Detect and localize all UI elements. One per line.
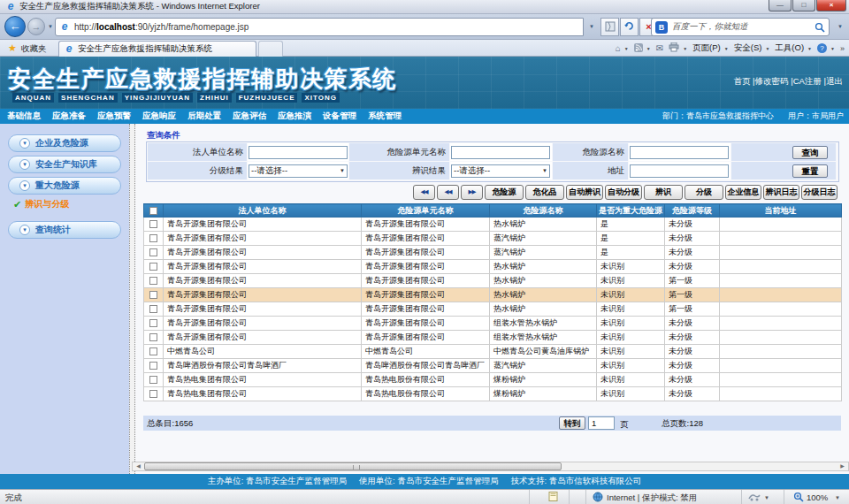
- zoom-icon[interactable]: [793, 492, 804, 504]
- table-row[interactable]: 青岛啤酒股份有限公司青岛啤酒厂 青岛啤酒股份有限公司青岛啤酒厂 蒸汽锅炉 未识别…: [144, 359, 842, 373]
- toolbar-button-grade[interactable]: 分级: [685, 185, 723, 200]
- favorites-star-icon[interactable]: ★: [8, 42, 17, 54]
- row-checkbox[interactable]: [149, 248, 157, 256]
- table-row[interactable]: 青岛开源集团有限公司 青岛开源集团有限公司 蒸汽锅炉 是 未分级: [144, 246, 842, 260]
- row-checkbox[interactable]: [149, 220, 157, 228]
- minimize-button[interactable]: —: [769, 0, 792, 11]
- row-checkbox[interactable]: [149, 277, 157, 285]
- home-icon[interactable]: ⌂: [616, 44, 621, 53]
- compatibility-view-button[interactable]: [600, 18, 619, 36]
- row-checkbox[interactable]: [149, 362, 157, 370]
- forward-button[interactable]: →: [27, 18, 45, 35]
- browser-tab[interactable]: e 安全生产应急救援指挥辅助决策系统: [58, 41, 256, 57]
- toolbar-button-chemical[interactable]: 危化品: [525, 185, 564, 200]
- more-icon[interactable]: »: [840, 44, 845, 53]
- nav-item[interactable]: 应急推演: [278, 111, 311, 122]
- sidebar-item-query-stats[interactable]: ▾查询统计: [8, 221, 121, 239]
- scrollbar-thumb[interactable]: [144, 462, 562, 470]
- horizontal-scrollbar[interactable]: ◀ ▶: [132, 462, 849, 471]
- grade-result-select[interactable]: --请选择--▼: [249, 164, 348, 178]
- maximize-button[interactable]: □: [792, 0, 815, 11]
- source-input[interactable]: [630, 146, 729, 159]
- row-checkbox[interactable]: [149, 347, 157, 355]
- table-row[interactable]: 青岛开源集团有限公司 青岛开源集团有限公司 热水锅炉 是 未分级: [144, 218, 842, 232]
- zoom-level[interactable]: 100%: [807, 493, 828, 502]
- sidebar-item-identify-grade[interactable]: ✔ 辨识与分级: [13, 198, 69, 210]
- table-row[interactable]: 青岛开源集团有限公司 青岛开源集团有限公司 热水锅炉 未识别 第一级: [144, 288, 842, 302]
- table-row[interactable]: 青岛开源集团有限公司 青岛开源集团有限公司 组装水管热水锅炉 未识别 未分级: [144, 317, 842, 331]
- page-menu[interactable]: 页面(P): [692, 42, 721, 54]
- search-icon[interactable]: [815, 20, 825, 36]
- next-page-button[interactable]: ▶▶: [461, 185, 483, 200]
- favorites-label[interactable]: 收藏夹: [21, 43, 47, 55]
- row-checkbox[interactable]: [149, 390, 157, 398]
- safety-menu[interactable]: 安全(S): [734, 42, 762, 54]
- new-tab-button[interactable]: [258, 41, 283, 57]
- identify-result-select[interactable]: --请选择--▼: [451, 164, 550, 178]
- toolbar-button-grade-log[interactable]: 分级日志: [801, 185, 838, 200]
- prev-page-button[interactable]: ◀◀: [437, 185, 459, 200]
- first-page-button[interactable]: ◀◀: [413, 185, 435, 200]
- carriage-icon[interactable]: [748, 492, 761, 503]
- row-checkbox[interactable]: [149, 234, 157, 242]
- toolbar-button-identify-log[interactable]: 辨识日志: [763, 185, 799, 200]
- table-row[interactable]: 青岛开源集团有限公司 青岛开源集团有限公司 热水锅炉 未识别 未分级: [144, 260, 842, 274]
- carriage-dropdown-icon[interactable]: ▼: [764, 495, 769, 500]
- toolbar-button-identify[interactable]: 辨识: [644, 185, 683, 200]
- scroll-right-icon[interactable]: ▶: [837, 462, 848, 470]
- close-button[interactable]: ×: [816, 0, 846, 11]
- sidebar-item-enterprise-hazard[interactable]: ▾企业及危险源: [8, 134, 121, 152]
- zoom-dropdown-icon[interactable]: ▼: [835, 495, 840, 500]
- scroll-left-icon[interactable]: ◀: [133, 462, 144, 470]
- nav-item[interactable]: 应急评估: [233, 111, 266, 122]
- table-row[interactable]: 青岛热电集团有限公司 青岛热电股份有限公司 煤粉锅炉 未识别 未分级: [144, 373, 842, 387]
- mail-icon[interactable]: ✉: [656, 44, 663, 53]
- nav-item[interactable]: 基础信息: [7, 111, 41, 122]
- toolbar-button-auto-identify[interactable]: 自动辨识: [566, 185, 603, 200]
- address-input[interactable]: [630, 164, 729, 178]
- row-checkbox[interactable]: [149, 319, 157, 327]
- refresh-button[interactable]: [620, 18, 639, 36]
- table-row[interactable]: 青岛开源集团有限公司 青岛开源集团有限公司 蒸汽锅炉 是 未分级: [144, 232, 842, 246]
- reset-button[interactable]: 重置: [792, 164, 828, 178]
- address-dropdown-icon[interactable]: ▼: [589, 24, 594, 29]
- row-checkbox[interactable]: [149, 333, 157, 341]
- nav-item[interactable]: 应急准备: [52, 111, 86, 122]
- select-all-checkbox[interactable]: [149, 207, 157, 215]
- search-button[interactable]: 查询: [792, 146, 828, 159]
- nav-item[interactable]: 后期处置: [187, 111, 221, 122]
- sidebar-item-major-hazard[interactable]: ▾重大危险源: [8, 177, 121, 195]
- table-row[interactable]: 青岛热电集团有限公司 青岛热电股份有限公司 煤粉锅炉 未识别 未分级: [144, 387, 842, 401]
- nav-item[interactable]: 系统管理: [368, 111, 402, 122]
- help-icon[interactable]: ?: [817, 43, 827, 53]
- print-icon[interactable]: [669, 42, 679, 54]
- company-input[interactable]: [249, 146, 348, 159]
- goto-page-button[interactable]: 转到: [559, 416, 585, 430]
- tools-menu[interactable]: 工具(O): [775, 42, 804, 54]
- row-checkbox[interactable]: [149, 376, 157, 384]
- back-button[interactable]: ←: [4, 16, 26, 37]
- table-row[interactable]: 青岛开源集团有限公司 青岛开源集团有限公司 组装水管热水锅炉 未识别 未分级: [144, 331, 842, 345]
- header-links[interactable]: 首页 |修改密码 |CA注册 |退出: [733, 76, 843, 88]
- search-dropdown-icon[interactable]: ▼: [838, 24, 843, 29]
- sidebar-item-knowledge-base[interactable]: ▾安全生产知识库: [8, 156, 121, 173]
- unit-input[interactable]: [451, 146, 550, 159]
- row-checkbox[interactable]: [149, 305, 157, 313]
- search-box[interactable]: B 百度一下，你就知道: [651, 18, 830, 36]
- row-checkbox[interactable]: [149, 291, 157, 299]
- table-row[interactable]: 青岛开源集团有限公司 青岛开源集团有限公司 热水锅炉 未识别 第一级: [144, 302, 842, 317]
- table-row[interactable]: 青岛开源集团有限公司 青岛开源集团有限公司 热水锅炉 未识别 第一级: [144, 274, 842, 288]
- splitter[interactable]: [129, 124, 135, 474]
- toolbar-button-auto-grade[interactable]: 自动分级: [605, 185, 642, 200]
- address-field[interactable]: e http://localhost:90/yjzh/frame/homepag…: [55, 18, 584, 36]
- table-row[interactable]: 中燃青岛公司 中燃青岛公司 中燃青岛公司黄岛油库锅炉 未识别 未分级: [144, 345, 842, 359]
- page-number-input[interactable]: 1: [588, 416, 615, 430]
- recent-pages-dropdown-icon[interactable]: ▼: [48, 24, 53, 29]
- row-checkbox[interactable]: [149, 263, 157, 271]
- rss-icon[interactable]: [634, 43, 643, 54]
- toolbar-button-hazard[interactable]: 危险源: [485, 185, 524, 200]
- toolbar-button-enterprise-info[interactable]: 企业信息: [725, 185, 761, 200]
- nav-item[interactable]: 应急响应: [142, 111, 176, 122]
- nav-item[interactable]: 应急预警: [97, 111, 131, 122]
- nav-item[interactable]: 设备管理: [323, 111, 356, 122]
